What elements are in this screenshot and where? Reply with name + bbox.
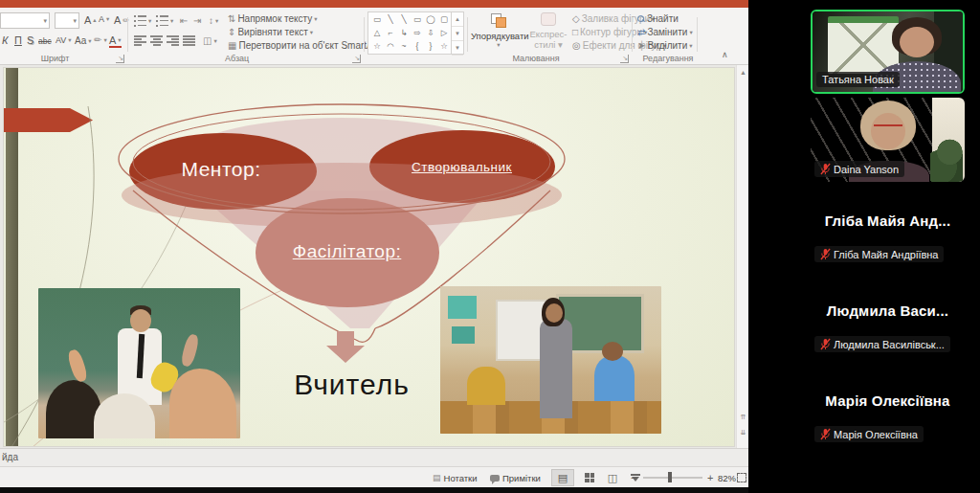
flipchart bbox=[828, 16, 899, 74]
status-bar: ▤Нотатки Примітки ▤ ◫ − + 82% bbox=[0, 466, 748, 487]
teacher-label[interactable]: Вчитель bbox=[273, 369, 431, 401]
bullets-button[interactable]: ▾ bbox=[134, 15, 151, 26]
zoom-out-button[interactable]: − bbox=[631, 467, 636, 488]
italic-button[interactable]: К bbox=[2, 34, 8, 46]
facilitator-ellipse-label[interactable]: Фасілітатор: bbox=[258, 241, 435, 262]
notes-button[interactable]: ▤Нотатки bbox=[433, 467, 478, 488]
shape-icon[interactable]: ▷ bbox=[441, 27, 448, 39]
participant-name-badge: Людмила Василівськ... bbox=[814, 336, 950, 352]
shape-icon[interactable]: ↳ bbox=[400, 27, 407, 39]
change-case-button[interactable]: Aa▾ bbox=[75, 35, 92, 46]
reading-view-button[interactable]: ◫ bbox=[601, 469, 624, 486]
shape-icon[interactable]: △ bbox=[374, 27, 381, 39]
mentor-ellipse-label[interactable]: Ментор: bbox=[140, 158, 302, 181]
shape-outline-button[interactable]: □Контур фігури▾ bbox=[572, 27, 647, 37]
participant-name: Людмила Василівськ... bbox=[834, 339, 945, 350]
shape-icon[interactable]: ⇩ bbox=[427, 27, 434, 39]
font-color-button[interactable]: A▾ bbox=[109, 34, 122, 48]
participant-tile-liudmyla[interactable]: Людмила Васи... Людмила Василівськ... bbox=[811, 278, 965, 364]
shapes-gallery[interactable]: ▭╲╲▭◯▢△⌐↳⇨⇩▷☆◠~{}☆ ▲▼▼ bbox=[368, 11, 464, 55]
shape-icon[interactable]: ▢ bbox=[440, 13, 448, 26]
quick-styles-button[interactable]: Експрес- стилі ▾ bbox=[528, 11, 568, 50]
columns-button[interactable]: ◫▾ bbox=[203, 35, 217, 46]
shape-icon[interactable]: ◠ bbox=[387, 40, 393, 53]
shapes-grid: ▭╲╲▭◯▢△⌐↳⇨⇩▷☆◠~{}☆ bbox=[370, 12, 451, 54]
classroom-photo-left[interactable] bbox=[38, 288, 240, 438]
slide-sorter-icon bbox=[585, 473, 594, 482]
zoom-in-button[interactable]: + bbox=[707, 467, 713, 488]
participant-tile-hliba[interactable]: Гліба Майя Анд... Гліба Майя Андріївна bbox=[811, 188, 965, 274]
participant-display-name: Гліба Майя Анд... bbox=[811, 213, 965, 229]
convert-to-smartart-button[interactable]: ▦Перетворити на об'єкт SmartArt▾ bbox=[228, 40, 384, 51]
paragraph-dialog-launcher[interactable]: ↘ bbox=[352, 55, 361, 63]
numbering-button[interactable]: ▾ bbox=[156, 15, 173, 26]
participant-name-badge: Daina Yanson bbox=[814, 161, 904, 177]
fit-to-window-icon[interactable] bbox=[737, 473, 746, 482]
shape-icon[interactable]: ◯ bbox=[426, 13, 435, 26]
slide-sorter-button[interactable] bbox=[578, 469, 601, 486]
text-shadow-button[interactable]: S bbox=[27, 34, 33, 46]
increase-font-size-button[interactable]: A▴ bbox=[84, 14, 97, 26]
align-text-button[interactable]: ⇕Вирівняти текст▾ bbox=[228, 27, 313, 37]
participant-tile-mariia[interactable]: Марія Олексіївна Марія Олексіївна bbox=[811, 368, 965, 454]
shape-icon[interactable]: ~ bbox=[402, 40, 407, 53]
participant-name: Татьяна Новак bbox=[822, 74, 894, 85]
slide[interactable]: Ментор: Створювальник Фасілітатор: Вчите… bbox=[3, 67, 735, 447]
slide-counter-strip: йда bbox=[0, 448, 748, 466]
shape-icon[interactable]: { bbox=[416, 40, 419, 53]
shape-icon[interactable]: ╲ bbox=[401, 13, 406, 26]
classroom-photo-right[interactable] bbox=[440, 286, 661, 434]
more-shapes-icon[interactable]: ▼ bbox=[452, 41, 463, 56]
comments-button[interactable]: Примітки bbox=[490, 467, 541, 488]
underline-button[interactable]: П bbox=[14, 34, 22, 46]
scroll-up-icon[interactable]: ▲ bbox=[452, 12, 463, 27]
normal-view-button[interactable]: ▤ bbox=[551, 469, 574, 486]
align-center-button[interactable] bbox=[150, 35, 163, 46]
font-dialog-launcher[interactable]: ↘ bbox=[116, 55, 124, 63]
muted-mic-icon bbox=[820, 428, 831, 440]
participant-name: Гліба Майя Андріївна bbox=[834, 249, 938, 260]
shape-icon[interactable]: ▭ bbox=[413, 13, 421, 26]
muted-mic-icon bbox=[820, 338, 831, 350]
replace-button[interactable]: ⇄Замінити▾ bbox=[637, 27, 693, 37]
character-spacing-button[interactable]: AV▾ bbox=[56, 35, 72, 45]
text-direction-button[interactable]: ⇅Напрямок тексту▾ bbox=[228, 13, 318, 24]
find-button[interactable]: Знайти bbox=[637, 13, 679, 24]
shape-icon[interactable]: ⌐ bbox=[389, 27, 393, 39]
participant-tile-daina[interactable]: Daina Yanson bbox=[811, 98, 965, 182]
effects-icon: ◎ bbox=[572, 40, 581, 51]
muted-mic-icon bbox=[820, 248, 831, 260]
align-left-button[interactable] bbox=[134, 35, 146, 46]
decrease-font-size-button[interactable]: A▾ bbox=[99, 14, 109, 24]
align-right-button[interactable] bbox=[167, 35, 179, 46]
shape-icon[interactable]: ☆ bbox=[373, 40, 381, 53]
select-button[interactable]: ➤Виділити▾ bbox=[637, 40, 693, 51]
participant-name-badge: Марія Олексіївна bbox=[814, 426, 924, 442]
increase-indent-button[interactable]: ⇥ bbox=[193, 15, 201, 26]
decrease-indent-button[interactable]: ⇤ bbox=[180, 15, 188, 26]
font-name-combobox[interactable]: ▾ bbox=[0, 12, 50, 29]
shape-icon[interactable]: ☆ bbox=[440, 40, 448, 53]
creator-ellipse-label[interactable]: Створювальник bbox=[378, 160, 546, 174]
strikethrough-button[interactable]: abc bbox=[38, 36, 52, 46]
highlight-color-button[interactable]: ✏▾ bbox=[94, 34, 107, 45]
shape-icon[interactable]: ╲ bbox=[388, 13, 392, 26]
drawing-dialog-launcher[interactable]: ↘ bbox=[620, 55, 629, 63]
collapse-ribbon-icon[interactable]: ∧ bbox=[722, 50, 728, 59]
shapes-gallery-scroll[interactable]: ▲▼▼ bbox=[451, 12, 463, 54]
zoom-slider-thumb[interactable] bbox=[668, 472, 672, 482]
zoom-level[interactable]: 82% bbox=[718, 467, 736, 488]
font-size-combobox[interactable]: ▾ bbox=[55, 12, 79, 29]
shape-icon[interactable]: } bbox=[430, 40, 433, 53]
taskbar-strip bbox=[0, 487, 748, 493]
participant-tile-tatyana[interactable]: Татьяна Новак bbox=[811, 10, 965, 94]
slide-scrollbar[interactable]: ▲ ⇈ ⇊ bbox=[736, 65, 748, 448]
shape-icon[interactable]: ▭ bbox=[373, 13, 381, 26]
arrange-button[interactable]: Упорядкувати ▾ bbox=[471, 11, 526, 49]
scroll-down-icon[interactable]: ▼ bbox=[452, 27, 463, 41]
justify-button[interactable] bbox=[183, 35, 195, 46]
zoom-slider-track[interactable] bbox=[643, 477, 702, 479]
line-spacing-button[interactable]: ↕▾ bbox=[209, 15, 218, 26]
shape-icon[interactable]: ⇨ bbox=[413, 27, 420, 39]
paragraph-group-label: Абзац bbox=[225, 54, 268, 63]
